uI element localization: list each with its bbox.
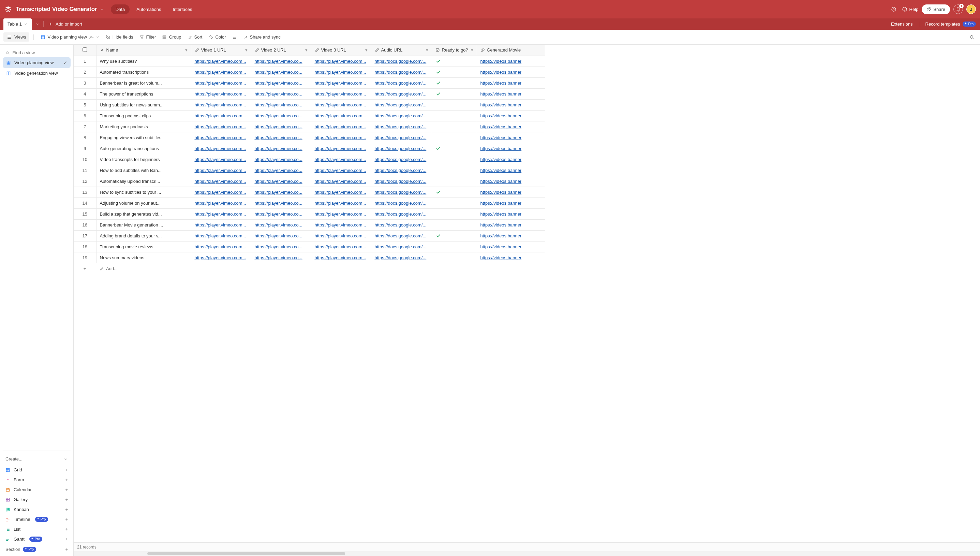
avatar[interactable]: J [966, 5, 976, 14]
cell-generated[interactable]: https://videos.banner [477, 66, 545, 78]
views-toggle[interactable]: Views [3, 32, 29, 42]
table-row[interactable]: 19 News summary videos https://player.vi… [74, 252, 545, 263]
cell-generated[interactable]: https://videos.banner [477, 99, 545, 110]
url-link[interactable]: https://player.vimeo.com... [195, 70, 246, 75]
cell-name[interactable]: Bannerbear Movie generation ... [96, 219, 191, 230]
cell-audio[interactable]: https://docs.google.com/... [371, 78, 432, 88]
cell-video2[interactable]: https://player.vimeo.co... [251, 66, 311, 78]
tab-interfaces[interactable]: Interfaces [168, 5, 197, 15]
cell-video1[interactable]: https://player.vimeo.com... [191, 219, 251, 230]
cell-video1[interactable]: https://player.vimeo.com... [191, 197, 251, 208]
cell-video3[interactable]: https://player.vimeo.com... [311, 230, 371, 241]
column-header-generated[interactable]: Generated Movie [477, 45, 545, 56]
url-link[interactable]: https://player.vimeo.com... [195, 212, 246, 217]
url-link[interactable]: https://player.vimeo.com... [195, 222, 246, 228]
url-link[interactable]: https://videos.banner [480, 91, 522, 97]
row-number[interactable]: 1 [74, 56, 96, 66]
url-link[interactable]: https://docs.google.com/... [375, 222, 427, 228]
url-link[interactable]: https://player.vimeo.co... [255, 179, 303, 184]
url-link[interactable]: https://player.vimeo.com... [315, 190, 366, 195]
url-link[interactable]: https://player.vimeo.com... [315, 168, 366, 173]
sidebar-view-item[interactable]: Video generation view [3, 68, 71, 78]
cell-video2[interactable]: https://player.vimeo.co... [251, 110, 311, 121]
url-link[interactable]: https://player.vimeo.co... [255, 113, 303, 118]
url-link[interactable]: https://player.vimeo.com... [315, 135, 366, 140]
cell-name[interactable]: Automatically upload transcri... [96, 176, 191, 187]
url-link[interactable]: https://player.vimeo.com... [315, 233, 366, 238]
cell-ready[interactable] [432, 187, 477, 197]
cell-audio[interactable]: https://docs.google.com/... [371, 241, 432, 252]
help-button[interactable]: Help [902, 6, 919, 12]
url-link[interactable]: https://player.vimeo.com... [195, 244, 246, 249]
sidebar-view-item[interactable]: Video planning view✓ [3, 57, 71, 68]
url-link[interactable]: https://player.vimeo.com... [195, 135, 246, 140]
url-link[interactable]: https://docs.google.com/... [375, 70, 427, 75]
cell-audio[interactable]: https://docs.google.com/... [371, 230, 432, 241]
data-grid[interactable]: Name▾ Video 1 URL▾ Video 2 URL▾ Video 3 … [74, 45, 545, 263]
cell-video1[interactable]: https://player.vimeo.com... [191, 187, 251, 197]
url-link[interactable]: https://player.vimeo.com... [195, 157, 246, 162]
url-link[interactable]: https://player.vimeo.com... [195, 113, 246, 118]
tab-data[interactable]: Data [111, 5, 130, 15]
cell-video2[interactable]: https://player.vimeo.co... [251, 143, 311, 154]
url-link[interactable]: https://docs.google.com/... [375, 91, 427, 97]
url-link[interactable]: https://docs.google.com/... [375, 255, 427, 260]
row-number[interactable]: 19 [74, 252, 96, 263]
cell-audio[interactable]: https://docs.google.com/... [371, 132, 432, 143]
url-link[interactable]: https://player.vimeo.co... [255, 124, 303, 129]
create-view-gantt[interactable]: GanttPro+ [3, 534, 71, 544]
url-link[interactable]: https://player.vimeo.com... [315, 157, 366, 162]
cell-audio[interactable]: https://docs.google.com/... [371, 66, 432, 78]
section-create[interactable]: Section Pro + [3, 544, 71, 553]
chevron-down-icon[interactable]: ▾ [305, 47, 308, 53]
create-view-form[interactable]: Form+ [3, 475, 71, 485]
url-link[interactable]: https://player.vimeo.co... [255, 146, 303, 151]
cell-video3[interactable]: https://player.vimeo.com... [311, 143, 371, 154]
cell-video3[interactable]: https://player.vimeo.com... [311, 88, 371, 99]
cell-audio[interactable]: https://docs.google.com/... [371, 208, 432, 219]
cell-name[interactable]: Bannerbear is great for volum... [96, 78, 191, 88]
url-link[interactable]: https://player.vimeo.com... [195, 59, 246, 64]
column-header-video3[interactable]: Video 3 URL▾ [311, 45, 371, 56]
cell-video1[interactable]: https://player.vimeo.com... [191, 143, 251, 154]
cell-ready[interactable] [432, 197, 477, 208]
cell-audio[interactable]: https://docs.google.com/... [371, 197, 432, 208]
url-link[interactable]: https://player.vimeo.co... [255, 190, 303, 195]
cell-audio[interactable]: https://docs.google.com/... [371, 110, 432, 121]
table-row[interactable]: 4 The power of transcriptions https://pl… [74, 88, 545, 99]
row-number[interactable]: 12 [74, 176, 96, 187]
cell-video1[interactable]: https://player.vimeo.com... [191, 121, 251, 132]
cell-video2[interactable]: https://player.vimeo.co... [251, 219, 311, 230]
cell-generated[interactable]: https://videos.banner [477, 154, 545, 165]
url-link[interactable]: https://videos.banner [480, 222, 522, 228]
chevron-down-icon[interactable]: ▾ [365, 47, 368, 53]
url-link[interactable]: https://docs.google.com/... [375, 124, 427, 129]
cell-name[interactable]: News summary videos [96, 252, 191, 263]
url-link[interactable]: https://player.vimeo.com... [195, 168, 246, 173]
row-number[interactable]: 18 [74, 241, 96, 252]
cell-ready[interactable] [432, 121, 477, 132]
cell-generated[interactable]: https://videos.banner [477, 219, 545, 230]
table-row[interactable]: 16 Bannerbear Movie generation ... https… [74, 219, 545, 230]
hide-fields-button[interactable]: Hide fields [103, 32, 136, 42]
create-view-list[interactable]: List+ [3, 524, 71, 534]
cell-video3[interactable]: https://player.vimeo.com... [311, 78, 371, 88]
add-row-button[interactable]: Add... [96, 266, 121, 271]
cell-audio[interactable]: https://docs.google.com/... [371, 143, 432, 154]
cell-ready[interactable] [432, 78, 477, 88]
url-link[interactable]: https://player.vimeo.co... [255, 255, 303, 260]
cell-generated[interactable]: https://videos.banner [477, 78, 545, 88]
url-link[interactable]: https://player.vimeo.com... [195, 179, 246, 184]
cell-video3[interactable]: https://player.vimeo.com... [311, 66, 371, 78]
url-link[interactable]: https://docs.google.com/... [375, 190, 427, 195]
table-row[interactable]: 18 Transcribing movie reviews https://pl… [74, 241, 545, 252]
url-link[interactable]: https://videos.banner [480, 146, 522, 151]
cell-generated[interactable]: https://videos.banner [477, 165, 545, 176]
url-link[interactable]: https://videos.banner [480, 124, 522, 129]
cell-video2[interactable]: https://player.vimeo.co... [251, 99, 311, 110]
cell-video1[interactable]: https://player.vimeo.com... [191, 165, 251, 176]
column-header-video1[interactable]: Video 1 URL▾ [191, 45, 251, 56]
select-all-checkbox[interactable] [82, 47, 87, 52]
notifications-button[interactable]: 1 [953, 5, 963, 14]
cell-name[interactable]: Transcribing podcast clips [96, 110, 191, 121]
